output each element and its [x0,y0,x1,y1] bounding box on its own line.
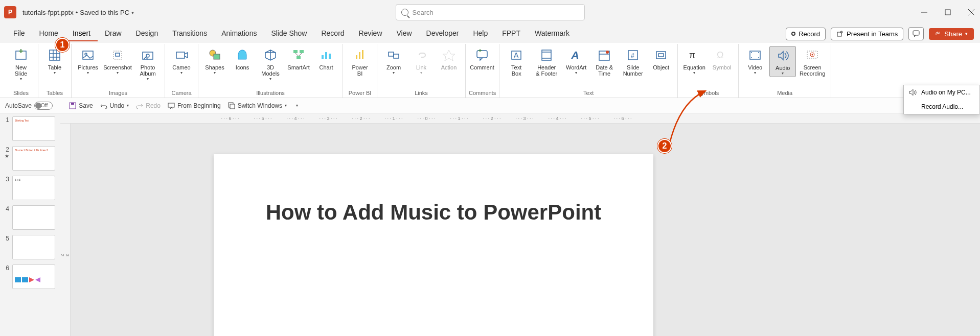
close-button[interactable] [967,8,976,17]
3d-models-button[interactable]: 3DModels▾ [257,46,284,82]
pictures-icon [80,47,96,63]
header-footer-button[interactable]: Header& Footer [531,46,562,78]
shapes-button[interactable]: Shapes▾ [201,46,228,76]
save-status: Saved to this PC [80,9,129,16]
ribbon-group-power-bi: PowerBIPower BI [343,44,377,98]
tab-developer[interactable]: Developer [419,26,466,41]
video-button[interactable]: Video▾ [742,46,768,76]
tab-watermark[interactable]: Watermark [528,26,577,41]
tab-insert[interactable]: Insert [65,26,98,41]
photo-album-button[interactable]: PhotoAlbum▾ [134,46,162,82]
new-slide-button[interactable]: NewSlide▾ [7,46,35,82]
screen-recording-button[interactable]: ScreenRecording [797,46,828,78]
zoom-button[interactable]: Zoom▾ [380,46,407,76]
switch-windows-button[interactable]: Switch Windows ▾ [228,102,287,109]
date-time-button[interactable]: Date &Time [590,46,618,78]
audio-button[interactable]: Audio▾ [769,46,796,77]
tab-view[interactable]: View [390,26,419,41]
chart-button[interactable]: Chart [313,46,339,71]
slide-thumbnail-panel[interactable]: 1Blinking Text2★Bk one 1 Bk two 2 Bk thr… [0,113,60,336]
tab-transitions[interactable]: Transitions [165,26,214,41]
search-input[interactable]: Search [396,4,585,20]
svg-rect-21 [176,52,185,58]
horizontal-ruler: · · · 6 · · ·· · · 5 · · ·· · · 4 · · ··… [60,113,980,124]
undo-button[interactable]: Undo ▾ [100,102,129,109]
tab-animations[interactable]: Animations [214,26,264,41]
thumbnail-preview[interactable]: 5 x 3 [12,176,55,200]
redo-button[interactable]: Redo [136,102,161,109]
maximize-button[interactable] [943,8,952,17]
svg-text:#: # [631,52,634,59]
ribbon-button-label: Chart [320,64,333,70]
search-placeholder: Search [413,9,434,16]
minimize-button[interactable] [920,8,929,17]
chevron-down-icon[interactable]: ▾ [131,10,134,15]
ribbon-group-symbols: πEquation▾ΩSymbolSymbols [678,44,739,98]
save-button[interactable]: Save [69,102,93,109]
wordart-button[interactable]: AWordArt▾ [563,46,589,76]
audio-on-my-pc-item[interactable]: Audio on My PC... [904,85,979,100]
tab-help[interactable]: Help [466,26,495,41]
comments-pane-button[interactable] [908,27,924,40]
screenshot-button[interactable]: Screenshot▾ [102,46,133,76]
present-in-teams-button[interactable]: Present in Teams [831,28,903,40]
record-audio-item[interactable]: Record Audio... [904,100,979,114]
tab-design[interactable]: Design [129,26,166,41]
document-title[interactable]: tutorials-fppt.pptx • Saved to this PC ▾ [22,9,134,16]
video-icon [747,47,763,63]
tab-draw[interactable]: Draw [98,26,129,41]
tab-file[interactable]: File [6,26,32,41]
smartart-button[interactable]: SmartArt [285,46,312,71]
cameo-button[interactable]: Cameo▾ [168,46,195,76]
slide-thumbnail[interactable]: 1Blinking Text [3,116,57,141]
svg-rect-62 [71,103,74,105]
ribbon-button-label: Icons [236,64,249,70]
comment-button[interactable]: Comment [469,46,495,71]
svg-rect-29 [329,54,331,59]
slide-thumbnail[interactable]: 2★Bk one 1 Bk two 2 Bk three 3 [3,146,57,171]
slide-canvas-area[interactable]: · · · 6 · · ·· · · 5 · · ·· · · 4 · · ··… [60,113,980,336]
thumbnail-preview[interactable] [12,205,55,230]
comment-icon [474,47,490,63]
object-button[interactable]: Object [648,46,674,71]
slide-thumbnail[interactable]: 5 [3,235,57,259]
animation-star-icon: ★ [3,153,9,159]
thumbnail-preview[interactable]: Blinking Text [12,116,55,141]
chevron-down-icon: ▾ [87,70,89,75]
share-button[interactable]: Share ▾ [929,28,974,40]
header-footer-icon [538,47,555,63]
autosave-toggle[interactable]: AutoSave Off [5,102,62,110]
equation-button[interactable]: πEquation▾ [681,46,708,76]
power-bi-button[interactable]: PowerBI [346,46,374,78]
chevron-down-icon[interactable]: ▾ [296,103,298,108]
pictures-button[interactable]: Pictures▾ [75,46,101,76]
chevron-down-icon: ▾ [214,70,216,75]
slide-thumbnail[interactable]: 4 [3,205,57,230]
slide[interactable]: How to Add Music to PowerPoint [214,154,653,336]
slide-thumbnail[interactable]: 6 [3,265,57,289]
icons-button[interactable]: Icons [229,46,256,71]
tab-review[interactable]: Review [352,26,390,41]
thumbnail-preview[interactable] [12,265,55,289]
chevron-down-icon[interactable]: ▾ [127,103,129,108]
chevron-down-icon[interactable]: ▾ [285,103,287,108]
thumbnail-preview[interactable]: Bk one 1 Bk two 2 Bk three 3 [12,146,55,171]
svg-rect-30 [356,55,357,59]
record-button[interactable]: Record [786,28,826,40]
slide-number-button[interactable]: #SlideNumber [619,46,647,78]
ribbon-button-label: Equation [683,64,705,70]
thumbnail-number: 4 [3,205,9,212]
slide-title-text[interactable]: How to Add Music to PowerPoint [214,200,653,225]
tab-record[interactable]: Record [314,26,351,41]
redo-icon [136,102,143,109]
slide-thumbnail[interactable]: 35 x 3 [3,176,57,200]
thumbnail-preview[interactable] [12,235,55,259]
ribbon-tabs: FileHomeInsertDrawDesignTransitionsAnima… [0,25,980,43]
svg-text:π: π [689,50,695,60]
svg-point-60 [812,54,813,56]
tab-fppt[interactable]: FPPT [495,26,528,41]
text-box-button[interactable]: ATextBox [503,46,530,78]
svg-point-46 [606,51,609,54]
tab-slide-show[interactable]: Slide Show [264,26,314,41]
from-beginning-button[interactable]: From Beginning [168,102,221,109]
